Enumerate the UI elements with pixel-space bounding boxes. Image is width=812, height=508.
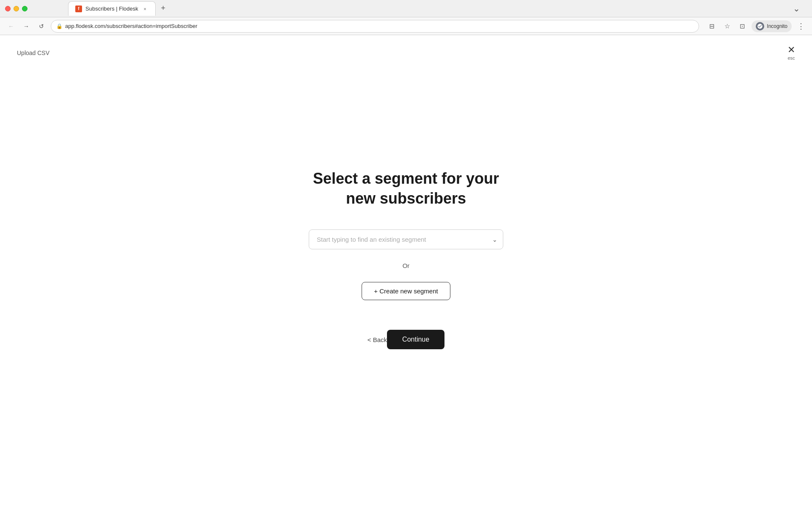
back-button[interactable]: < Back	[368, 336, 387, 343]
traffic-lights	[5, 6, 27, 11]
tabs-bar: f Subscribers | Flodesk × +	[34, 1, 169, 16]
nav-actions: ⊟ ☆ ⊡ Incognito ⋮	[706, 20, 807, 32]
back-nav-btn[interactable]: ←	[5, 20, 17, 32]
incognito-avatar	[756, 22, 764, 30]
window-controls[interactable]: ⌄	[793, 3, 800, 14]
segment-search-input[interactable]	[309, 229, 503, 249]
incognito-pill[interactable]: Incognito	[752, 20, 792, 32]
refresh-icon: ↺	[39, 23, 44, 30]
cast-icon[interactable]: ⊟	[706, 20, 718, 32]
close-traffic-light[interactable]	[5, 6, 11, 11]
tab-close-btn[interactable]: ×	[142, 6, 148, 12]
forward-nav-btn[interactable]: →	[20, 20, 32, 32]
new-tab-btn[interactable]: +	[157, 2, 169, 14]
main-content: Select a segment for your new subscriber…	[0, 37, 812, 494]
bookmark-icon[interactable]: ☆	[721, 20, 733, 32]
page-title: Select a segment for your new subscriber…	[313, 169, 499, 209]
active-tab[interactable]: f Subscribers | Flodesk ×	[68, 1, 156, 16]
browser-chrome: f Subscribers | Flodesk × + ⌄ ← → ↺ 🔒 ap…	[0, 0, 812, 35]
minimize-traffic-light[interactable]	[14, 6, 19, 11]
address-text: app.flodesk.com/subscribers#action=impor…	[65, 23, 694, 29]
segment-search-container: ⌄	[309, 229, 503, 249]
nav-bar: ← → ↺ 🔒 app.flodesk.com/subscribers#acti…	[0, 17, 812, 35]
forward-arrow-icon: →	[23, 23, 29, 30]
create-segment-button[interactable]: + Create new segment	[362, 282, 450, 300]
profile-icon[interactable]: ⊡	[736, 20, 748, 32]
title-bar: f Subscribers | Flodesk × + ⌄	[0, 0, 812, 17]
lock-icon: 🔒	[56, 23, 63, 29]
address-bar[interactable]: 🔒 app.flodesk.com/subscribers#action=imp…	[51, 20, 699, 33]
footer-actions: < Back Continue	[173, 317, 639, 362]
or-divider: Or	[403, 262, 410, 269]
tab-favicon: f	[75, 6, 82, 12]
continue-button[interactable]: Continue	[387, 330, 444, 349]
more-options-btn[interactable]: ⋮	[795, 20, 807, 32]
back-arrow-icon: ←	[8, 23, 14, 30]
tab-title: Subscribers | Flodesk	[85, 6, 138, 12]
maximize-traffic-light[interactable]	[22, 6, 27, 11]
refresh-btn[interactable]: ↺	[36, 20, 47, 32]
incognito-label: Incognito	[767, 23, 787, 29]
page-content: Upload CSV ✕ esc Select a segment for yo…	[0, 35, 812, 494]
